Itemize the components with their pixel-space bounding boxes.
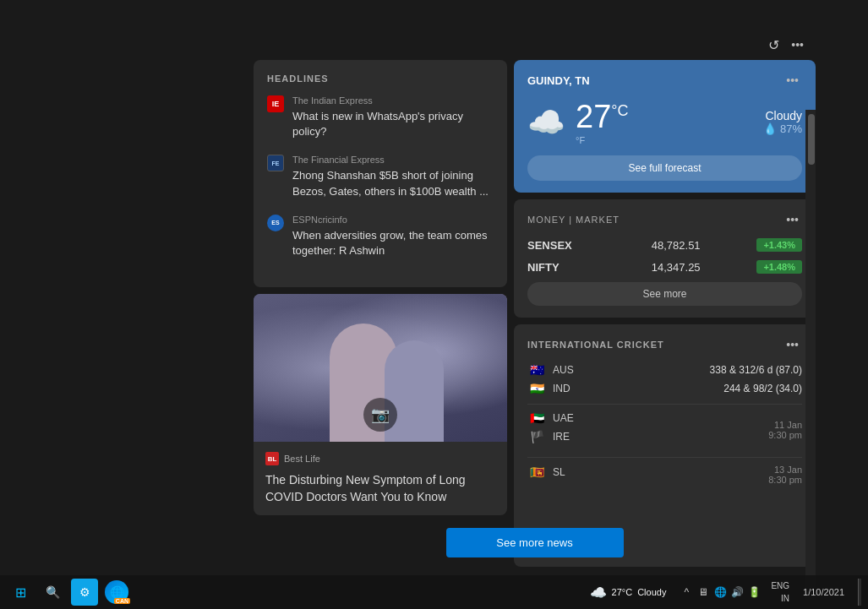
- widget-panel: ↺ ••• HEADLINES IE The Indian Express Wh…: [254, 30, 816, 570]
- ind-code: IND: [553, 383, 578, 394]
- headlines-label: HEADLINES: [267, 73, 494, 84]
- taskbar-lang: ENGIN: [771, 579, 789, 605]
- ire-team-row: 🏴 IRE: [527, 430, 578, 443]
- sensex-change: +1.43%: [756, 238, 802, 252]
- taskbar-weather-temp: 27°C: [612, 587, 633, 597]
- weather-condition: Cloudy: [763, 109, 802, 122]
- start-button[interactable]: ⊞: [7, 579, 34, 606]
- tray-battery-icon[interactable]: 🔋: [747, 584, 761, 601]
- weather-main: ☁️ 27°C °F Cloudy 💧: [527, 99, 802, 145]
- cricket-match2: 🇦🇪 UAE 🏴 IRE 11 Jan 9:30 pm: [527, 411, 802, 449]
- uae-code: UAE: [553, 412, 578, 424]
- cricket-header: INTERNATIONAL CRICKET •••: [527, 336, 802, 353]
- featured-headline: The Disturbing New Symptom of Long COVID…: [265, 472, 495, 505]
- temp-value: 27: [576, 99, 611, 134]
- tray-volume-icon[interactable]: 🔊: [730, 584, 744, 601]
- taskbar-date: 1/10/2021: [803, 585, 844, 600]
- see-more-news-button[interactable]: See more news: [446, 528, 624, 557]
- news-headline: Zhong Shanshan $5B short of joining Bezo…: [292, 168, 494, 198]
- featured-source-name: Best Life: [284, 454, 320, 464]
- weather-temp-block: 27°C °F: [576, 99, 628, 145]
- ind-team-row: 🇮🇳 IND 244 & 98/2 (34.0): [527, 382, 802, 395]
- tray-network-icon[interactable]: 🌐: [713, 584, 727, 601]
- weather-card: GUINDY, TN ••• ☁️ 27°C °F: [514, 60, 816, 193]
- match-divider2: [527, 457, 802, 458]
- aus-flag: 🇦🇺: [527, 363, 546, 377]
- match2-time: 9:30 pm: [768, 430, 802, 440]
- panel-more-menu[interactable]: •••: [788, 36, 807, 53]
- featured-source-line: BL Best Life: [265, 452, 495, 465]
- weather-left: ☁️ 27°C °F: [527, 99, 628, 145]
- sensex-value: 48,782.51: [652, 239, 701, 252]
- match-divider: [527, 404, 802, 405]
- search-button[interactable]: 🔍: [39, 579, 66, 606]
- news-source: The Indian Express: [292, 95, 494, 106]
- datetime-block[interactable]: ENGIN: [767, 579, 793, 605]
- scroll-track[interactable]: [805, 110, 816, 600]
- ire-code: IRE: [553, 431, 578, 443]
- can-badge: CAN: [114, 598, 130, 604]
- taskbar-left: ⊞ 🔍 ⚙ 🌐 CAN: [7, 579, 130, 606]
- weather-more-menu[interactable]: •••: [783, 72, 802, 89]
- right-column: GUINDY, TN ••• ☁️ 27°C °F: [514, 60, 816, 567]
- aus-score: 338 & 312/6 d (87.0): [710, 364, 802, 376]
- market-see-more-button[interactable]: See more: [527, 282, 802, 306]
- temp-unit-f: °F: [576, 135, 628, 145]
- weather-forecast-button[interactable]: See full forecast: [527, 155, 802, 181]
- featured-card[interactable]: 📷 BL Best Life The Disturbing New Sympto…: [254, 294, 507, 515]
- tray-desktop-icon[interactable]: 🖥: [696, 584, 710, 601]
- taskbar-weather[interactable]: ☁️ 27°C Cloudy: [583, 585, 674, 601]
- news-item[interactable]: ES ESPNcricinfo When adversities grow, t…: [267, 215, 494, 258]
- ie-logo-icon: IE: [267, 95, 284, 112]
- headlines-card: HEADLINES IE The Indian Express What is …: [254, 60, 507, 287]
- weather-header: GUINDY, TN •••: [527, 72, 802, 89]
- cricket-match3: 🇱🇰 SL 13 Jan 8:30 pm: [527, 465, 802, 485]
- desktop: ↺ ••• HEADLINES IE The Indian Express Wh…: [0, 0, 868, 609]
- ind-flag: 🇮🇳: [527, 382, 546, 395]
- temp-unit-c: °C: [611, 102, 628, 119]
- news-text-block: ESPNcricinfo When adversities grow, the …: [292, 215, 494, 258]
- espn-logo-icon: ES: [267, 215, 284, 231]
- clock-block[interactable]: 1/10/2021: [800, 585, 848, 600]
- featured-image: 📷: [254, 294, 507, 442]
- settings-button[interactable]: ⚙: [71, 579, 98, 606]
- news-source: ESPNcricinfo: [292, 215, 494, 225]
- taskbar: ⊞ 🔍 ⚙ 🌐 CAN ☁️ 27°C Cloudy ^ 🖥 🌐 🔊 🔋: [0, 575, 868, 609]
- match2-teams: 🇦🇪 UAE 🏴 IRE: [527, 411, 578, 449]
- cloud-icon: ☁️: [527, 105, 565, 140]
- news-item[interactable]: IE The Indian Express What is new in Wha…: [267, 95, 494, 139]
- uae-flag: 🇦🇪: [527, 411, 546, 425]
- sensex-name: SENSEX: [527, 239, 595, 252]
- news-headline: When adversities grow, the team comes to…: [292, 228, 494, 258]
- match3-date: 13 Jan: [768, 465, 802, 475]
- nifty-value: 14,347.25: [652, 261, 701, 274]
- cricket-more-menu[interactable]: •••: [783, 336, 802, 353]
- market-card: MONEY | MARKET ••• SENSEX 48,782.51 +1.4…: [514, 199, 816, 318]
- market-row-sensex: SENSEX 48,782.51 +1.43%: [527, 238, 802, 252]
- taskbar-cloud-icon: ☁️: [590, 585, 607, 601]
- cricket-match1: 🇦🇺 AUS 338 & 312/6 d (87.0) 🇮🇳 IND 244 &…: [527, 363, 802, 395]
- ire-flag: 🏴: [527, 430, 546, 443]
- sl-flag: 🇱🇰: [527, 465, 546, 479]
- taskbar-weather-condition: Cloudy: [637, 587, 666, 597]
- uae-team-row: 🇦🇪 UAE: [527, 411, 578, 425]
- tray-chevron[interactable]: ^: [680, 584, 693, 601]
- rain-icon: 💧: [763, 122, 777, 135]
- show-desktop-button[interactable]: [858, 579, 861, 606]
- match2-meta: 11 Jan 9:30 pm: [768, 420, 802, 440]
- market-more-menu[interactable]: •••: [783, 211, 802, 228]
- scroll-thumb[interactable]: [808, 114, 815, 165]
- news-item[interactable]: FE The Financial Express Zhong Shanshan …: [267, 155, 494, 198]
- news-headline: What is new in WhatsApp's privacy policy…: [292, 109, 494, 139]
- panel-header: ↺ •••: [254, 30, 816, 60]
- news-text-block: The Financial Express Zhong Shanshan $5B…: [292, 155, 494, 198]
- nifty-change: +1.48%: [756, 260, 802, 274]
- sl-code: SL: [553, 466, 578, 478]
- camera-icon: 📷: [363, 398, 397, 432]
- edge-button[interactable]: 🌐 CAN: [103, 579, 130, 606]
- market-row-nifty: NIFTY 14,347.25 +1.48%: [527, 260, 802, 274]
- ind-score: 244 & 98/2 (34.0): [723, 383, 802, 394]
- refresh-icon[interactable]: ↺: [768, 37, 779, 53]
- panel-content: HEADLINES IE The Indian Express What is …: [254, 60, 816, 567]
- news-text-block: The Indian Express What is new in WhatsA…: [292, 95, 494, 139]
